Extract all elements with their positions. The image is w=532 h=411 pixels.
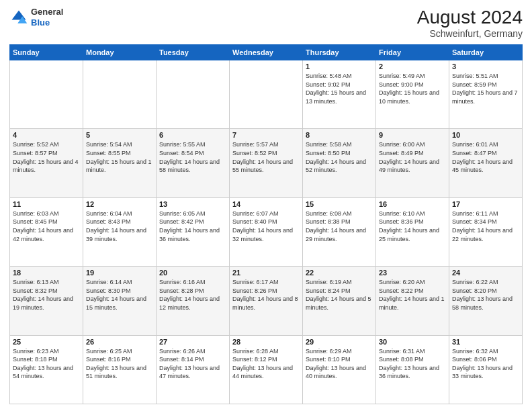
table-row: 8Sunrise: 5:58 AM Sunset: 8:50 PM Daylig… — [303, 129, 376, 197]
day-info: Sunrise: 5:52 AM Sunset: 8:57 PM Dayligh… — [13, 140, 80, 174]
weekday-header-row: Sunday Monday Tuesday Wednesday Thursday… — [10, 45, 523, 60]
table-row: 24Sunrise: 6:22 AM Sunset: 8:20 PM Dayli… — [449, 267, 523, 335]
day-number: 21 — [232, 269, 300, 277]
day-number: 25 — [13, 338, 80, 346]
day-number: 3 — [452, 62, 519, 71]
day-number: 2 — [379, 62, 446, 71]
day-info: Sunrise: 6:26 AM Sunset: 8:14 PM Dayligh… — [159, 347, 226, 381]
table-row: 26Sunrise: 6:25 AM Sunset: 8:16 PM Dayli… — [83, 335, 157, 404]
table-row: 10Sunrise: 6:01 AM Sunset: 8:47 PM Dayli… — [449, 129, 523, 197]
week-row-0: 1Sunrise: 5:48 AM Sunset: 9:02 PM Daylig… — [10, 60, 523, 129]
day-info: Sunrise: 6:11 AM Sunset: 8:34 PM Dayligh… — [452, 210, 519, 243]
table-row: 7Sunrise: 5:57 AM Sunset: 8:52 PM Daylig… — [230, 129, 303, 197]
week-row-4: 25Sunrise: 6:23 AM Sunset: 8:18 PM Dayli… — [10, 335, 523, 404]
day-info: Sunrise: 6:13 AM Sunset: 8:32 PM Dayligh… — [13, 278, 80, 312]
table-row: 16Sunrise: 6:10 AM Sunset: 8:36 PM Dayli… — [376, 197, 449, 266]
table-row: 5Sunrise: 5:54 AM Sunset: 8:55 PM Daylig… — [83, 129, 157, 197]
table-row: 2Sunrise: 5:49 AM Sunset: 9:00 PM Daylig… — [376, 60, 449, 129]
day-info: Sunrise: 5:51 AM Sunset: 8:59 PM Dayligh… — [452, 72, 519, 105]
day-info: Sunrise: 6:16 AM Sunset: 8:28 PM Dayligh… — [159, 278, 226, 312]
header-sunday: Sunday — [10, 45, 83, 60]
day-number: 1 — [306, 62, 373, 71]
header-saturday: Saturday — [449, 45, 523, 60]
day-info: Sunrise: 6:29 AM Sunset: 8:10 PM Dayligh… — [306, 347, 373, 381]
day-number: 8 — [306, 131, 373, 139]
table-row: 11Sunrise: 6:03 AM Sunset: 8:45 PM Dayli… — [10, 197, 83, 266]
header-monday: Monday — [83, 45, 157, 60]
table-row: 12Sunrise: 6:04 AM Sunset: 8:43 PM Dayli… — [83, 197, 157, 266]
day-number: 10 — [452, 131, 519, 139]
day-number: 27 — [159, 338, 226, 346]
header: General Blue August 2024 Schweinfurt, Ge… — [9, 7, 523, 39]
table-row — [10, 60, 83, 129]
day-info: Sunrise: 6:28 AM Sunset: 8:12 PM Dayligh… — [232, 347, 300, 381]
day-info: Sunrise: 6:20 AM Sunset: 8:22 PM Dayligh… — [379, 278, 446, 312]
day-info: Sunrise: 6:05 AM Sunset: 8:42 PM Dayligh… — [159, 210, 226, 243]
day-info: Sunrise: 6:19 AM Sunset: 8:24 PM Dayligh… — [306, 278, 373, 312]
day-number: 30 — [379, 338, 446, 346]
table-row: 27Sunrise: 6:26 AM Sunset: 8:14 PM Dayli… — [157, 335, 230, 404]
day-info: Sunrise: 5:48 AM Sunset: 9:02 PM Dayligh… — [306, 72, 373, 105]
day-info: Sunrise: 6:22 AM Sunset: 8:20 PM Dayligh… — [452, 278, 519, 312]
day-number: 16 — [379, 200, 446, 208]
day-number: 29 — [306, 338, 373, 346]
day-info: Sunrise: 6:04 AM Sunset: 8:43 PM Dayligh… — [86, 210, 153, 243]
day-info: Sunrise: 6:10 AM Sunset: 8:36 PM Dayligh… — [379, 210, 446, 243]
logo: General Blue — [9, 7, 63, 28]
page: General Blue August 2024 Schweinfurt, Ge… — [0, 0, 532, 411]
calendar: Sunday Monday Tuesday Wednesday Thursday… — [9, 44, 523, 404]
day-info: Sunrise: 6:32 AM Sunset: 8:06 PM Dayligh… — [452, 347, 519, 381]
title-block: August 2024 Schweinfurt, Germany — [417, 7, 523, 39]
day-number: 13 — [159, 200, 226, 208]
week-row-1: 4Sunrise: 5:52 AM Sunset: 8:57 PM Daylig… — [10, 129, 523, 197]
table-row: 29Sunrise: 6:29 AM Sunset: 8:10 PM Dayli… — [303, 335, 376, 404]
day-number: 7 — [232, 131, 300, 139]
table-row: 13Sunrise: 6:05 AM Sunset: 8:42 PM Dayli… — [157, 197, 230, 266]
day-info: Sunrise: 6:23 AM Sunset: 8:18 PM Dayligh… — [13, 347, 80, 381]
day-number: 28 — [232, 338, 300, 346]
day-number: 15 — [306, 200, 373, 208]
table-row — [157, 60, 230, 129]
day-info: Sunrise: 6:07 AM Sunset: 8:40 PM Dayligh… — [232, 210, 300, 243]
day-info: Sunrise: 6:03 AM Sunset: 8:45 PM Dayligh… — [13, 210, 80, 243]
day-info: Sunrise: 6:08 AM Sunset: 8:38 PM Dayligh… — [306, 210, 373, 243]
day-number: 14 — [232, 200, 300, 208]
week-row-2: 11Sunrise: 6:03 AM Sunset: 8:45 PM Dayli… — [10, 197, 523, 266]
day-number: 19 — [86, 269, 153, 277]
day-number: 12 — [86, 200, 153, 208]
day-number: 6 — [159, 131, 226, 139]
header-tuesday: Tuesday — [157, 45, 230, 60]
logo-icon — [9, 8, 28, 27]
day-number: 4 — [13, 131, 80, 139]
day-info: Sunrise: 6:25 AM Sunset: 8:16 PM Dayligh… — [86, 347, 153, 381]
table-row: 25Sunrise: 6:23 AM Sunset: 8:18 PM Dayli… — [10, 335, 83, 404]
header-wednesday: Wednesday — [230, 45, 303, 60]
table-row: 4Sunrise: 5:52 AM Sunset: 8:57 PM Daylig… — [10, 129, 83, 197]
day-number: 24 — [452, 269, 519, 277]
table-row: 15Sunrise: 6:08 AM Sunset: 8:38 PM Dayli… — [303, 197, 376, 266]
day-number: 31 — [452, 338, 519, 346]
table-row: 28Sunrise: 6:28 AM Sunset: 8:12 PM Dayli… — [230, 335, 303, 404]
header-thursday: Thursday — [303, 45, 376, 60]
day-info: Sunrise: 6:01 AM Sunset: 8:47 PM Dayligh… — [452, 140, 519, 174]
logo-general: General — [31, 7, 63, 17]
table-row: 30Sunrise: 6:31 AM Sunset: 8:08 PM Dayli… — [376, 335, 449, 404]
logo-text: General Blue — [31, 7, 63, 28]
table-row: 17Sunrise: 6:11 AM Sunset: 8:34 PM Dayli… — [449, 197, 523, 266]
day-number: 26 — [86, 338, 153, 346]
week-row-3: 18Sunrise: 6:13 AM Sunset: 8:32 PM Dayli… — [10, 267, 523, 335]
day-info: Sunrise: 6:14 AM Sunset: 8:30 PM Dayligh… — [86, 278, 153, 312]
month-year: August 2024 — [417, 7, 523, 28]
day-info: Sunrise: 5:55 AM Sunset: 8:54 PM Dayligh… — [159, 140, 226, 174]
table-row: 22Sunrise: 6:19 AM Sunset: 8:24 PM Dayli… — [303, 267, 376, 335]
table-row: 31Sunrise: 6:32 AM Sunset: 8:06 PM Dayli… — [449, 335, 523, 404]
day-info: Sunrise: 5:49 AM Sunset: 9:00 PM Dayligh… — [379, 72, 446, 105]
day-number: 11 — [13, 200, 80, 208]
table-row: 19Sunrise: 6:14 AM Sunset: 8:30 PM Dayli… — [83, 267, 157, 335]
location: Schweinfurt, Germany — [417, 28, 523, 39]
table-row: 14Sunrise: 6:07 AM Sunset: 8:40 PM Dayli… — [230, 197, 303, 266]
header-friday: Friday — [376, 45, 449, 60]
table-row — [83, 60, 157, 129]
day-number: 22 — [306, 269, 373, 277]
table-row: 1Sunrise: 5:48 AM Sunset: 9:02 PM Daylig… — [303, 60, 376, 129]
